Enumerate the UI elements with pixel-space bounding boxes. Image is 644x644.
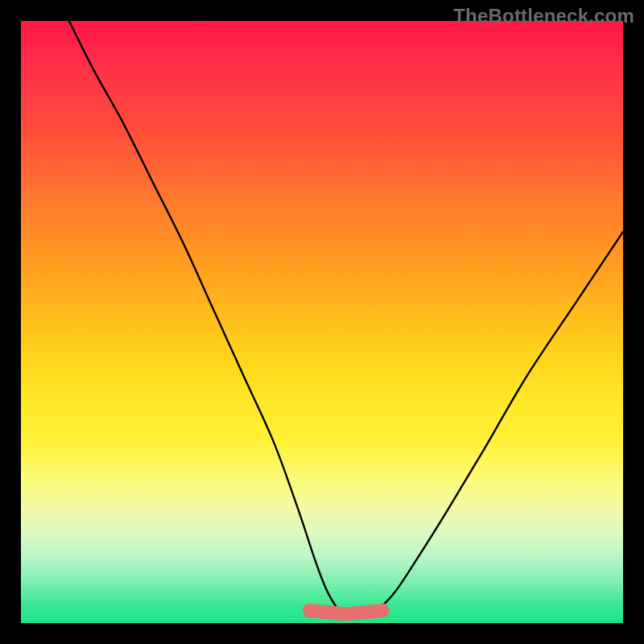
curve-layer — [21, 21, 623, 623]
watermark-text: TheBottleneck.com — [453, 5, 634, 27]
chart-frame: TheBottleneck.com — [0, 0, 644, 644]
marker-dot — [375, 603, 390, 617]
curve-minimum-marker — [303, 603, 390, 621]
plot-area — [21, 21, 623, 623]
bottleneck-curve — [69, 21, 623, 617]
